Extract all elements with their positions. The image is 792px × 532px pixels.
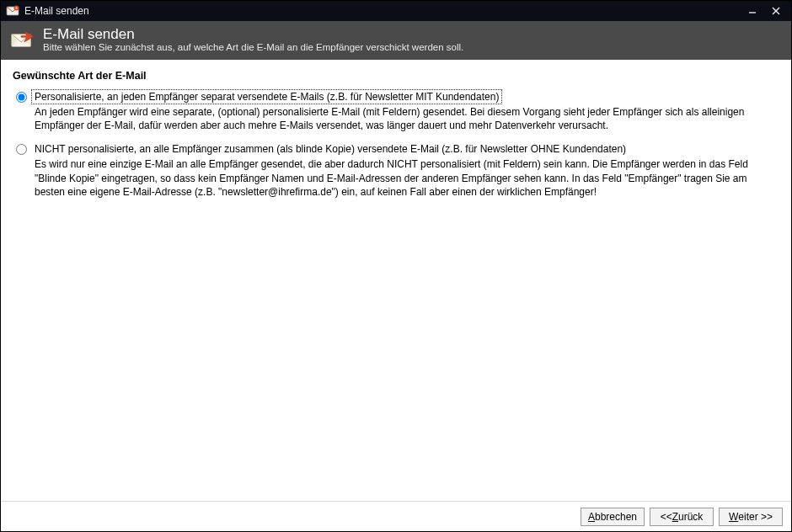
radio-nonpersonalized[interactable] [16, 144, 27, 155]
option-nonpersonalized: NICHT personalisierte, an alle Empfänger… [13, 142, 779, 199]
footer-bar: Abbrechen << Zurück Weiter >> [1, 501, 791, 531]
section-heading: Gewünschte Art der E-Mail [13, 70, 779, 82]
next-button[interactable]: Weiter >> [719, 508, 783, 526]
radio-nonpersonalized-label: NICHT personalisierte, an alle Empfänger… [32, 142, 629, 156]
app-icon [6, 4, 19, 18]
window-frame: E-Mail senden E-Mail senden Bitte wählen… [0, 0, 792, 532]
option-nonpersonalized-description: Es wird nur eine einzige E-Mail an alle … [35, 157, 779, 199]
header-text: E-Mail senden Bitte wählen Sie zunächst … [43, 27, 463, 54]
option-personalized-description: An jeden Empfänger wird eine separate, (… [35, 105, 779, 132]
cancel-button[interactable]: Abbrechen [581, 508, 645, 526]
option-nonpersonalized-row[interactable]: NICHT personalisierte, an alle Empfänger… [16, 142, 779, 156]
close-button[interactable] [764, 3, 788, 19]
content-area: Gewünschte Art der E-Mail Personalisiert… [1, 60, 791, 501]
minimize-button[interactable] [741, 3, 764, 19]
radio-personalized-label: Personalisierte, an jeden Empfänger sepa… [32, 90, 501, 104]
svg-point-2 [15, 7, 17, 8]
window-title: E-Mail senden [24, 5, 89, 17]
radio-personalized[interactable] [16, 92, 27, 103]
option-personalized-row[interactable]: Personalisierte, an jeden Empfänger sepa… [16, 90, 779, 104]
header-title: E-Mail senden [43, 27, 463, 43]
titlebar[interactable]: E-Mail senden [1, 1, 791, 21]
back-button[interactable]: << Zurück [650, 508, 714, 526]
option-personalized: Personalisierte, an jeden Empfänger sepa… [13, 90, 779, 132]
header-subtitle: Bitte wählen Sie zunächst aus, auf welch… [43, 42, 463, 54]
envelope-send-icon [9, 28, 35, 53]
header-band: E-Mail senden Bitte wählen Sie zunächst … [1, 21, 791, 60]
